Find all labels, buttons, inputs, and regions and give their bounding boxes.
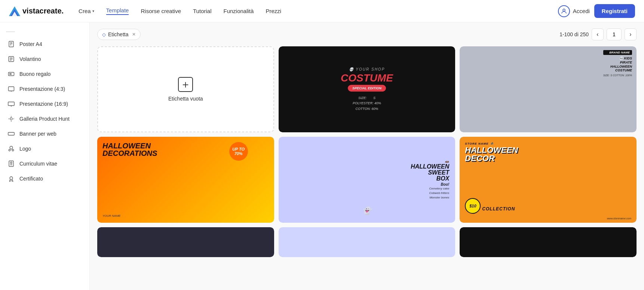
nav-funzionalita[interactable]: Funzionalità [223, 8, 254, 14]
svg-rect-17 [8, 102, 15, 106]
nav-tutorial[interactable]: Tutorial [193, 8, 211, 14]
pagination-info: 1-100 di 250 [559, 31, 589, 37]
template-card-pirate[interactable]: BRAND NAME 💀 KIDSPIRATEHALLOWEENCOSTUME … [460, 46, 637, 132]
svg-point-25 [10, 146, 13, 149]
presentazione43-icon [7, 85, 15, 93]
sidebar-item-banner[interactable]: Banner per web [0, 126, 89, 141]
filter-bar: ◇ Etichetta ✕ 1-100 di 250 ‹ › [97, 28, 637, 40]
etichetta-filter-tag[interactable]: ◇ Etichetta ✕ [97, 29, 141, 40]
sidebar-item-presentazione169[interactable]: Presentazione (16:9) [0, 96, 89, 111]
template-card-dark[interactable] [97, 227, 274, 257]
template-card-halloween-deco[interactable]: HALLOWEENDECORATIONS UP TO70% YOUR NAME [97, 137, 274, 223]
tag-label: Etichetta [108, 31, 128, 37]
crea-arrow-icon: ▾ [92, 9, 94, 13]
template-card-halloween-decor[interactable]: STORE NAME 🕷️ HALLOWEENDECOR $10 COLLECT… [460, 137, 637, 223]
pagination-page-input[interactable] [607, 28, 622, 40]
logo-text: vistacreate. [22, 7, 64, 15]
main-content: ◇ Etichetta ✕ 1-100 di 250 ‹ › ＋ Etichet… [90, 22, 644, 290]
pagination: 1-100 di 250 ‹ › [559, 28, 637, 40]
sidebar-item-presentazione43[interactable]: Presentazione (4:3) [0, 81, 89, 96]
poster-a4-icon [7, 40, 15, 48]
sidebar: Poster A4 Volantino Buono regalo Present… [0, 22, 90, 290]
nav-crea[interactable]: Crea ▾ [79, 8, 94, 14]
sidebar-item-volantino[interactable]: Volantino [0, 52, 89, 67]
nav-right: Accedi Registrati [558, 4, 635, 18]
svg-rect-24 [8, 132, 15, 135]
sidebar-divider [6, 31, 15, 32]
sidebar-item-certificato[interactable]: Certificato [0, 171, 89, 186]
empty-template-label: Etichetta vuota [168, 96, 203, 102]
topnav: vistacreate. Crea ▾ Template Risorse cre… [0, 0, 644, 22]
svg-point-19 [10, 118, 12, 120]
presentazione169-icon [7, 100, 15, 108]
template-card-black[interactable] [460, 227, 637, 257]
svg-point-31 [10, 177, 13, 180]
svg-rect-4 [9, 41, 13, 47]
sidebar-item-buono[interactable]: Buono regalo [0, 67, 89, 81]
pagination-next-button[interactable]: › [625, 28, 637, 40]
cv-icon [7, 160, 15, 167]
registrati-button[interactable]: Registrati [594, 4, 635, 18]
nav-template[interactable]: Template [106, 7, 129, 15]
tag-icon: ◇ [102, 32, 106, 37]
sidebar-item-galleria[interactable]: Galleria Product Hunt [0, 111, 89, 126]
svg-point-26 [9, 149, 10, 151]
pagination-prev-button[interactable]: ‹ [592, 28, 604, 40]
page-body: Poster A4 Volantino Buono regalo Present… [0, 22, 644, 290]
sidebar-item-poster-a4[interactable]: Poster A4 [0, 37, 89, 52]
logo-sidebar-icon [7, 145, 15, 152]
buono-icon [7, 70, 15, 78]
svg-point-13 [10, 74, 11, 75]
svg-point-29 [10, 162, 12, 164]
tag-close-button[interactable]: ✕ [132, 32, 136, 37]
template-card-sweet-box[interactable]: 🦇 HALLOWEENSWEETBOX Boo! Cemetery cakeCo… [279, 137, 456, 223]
logo[interactable]: vistacreate. [9, 6, 64, 16]
add-template-icon: ＋ [178, 77, 193, 92]
galleria-icon [7, 115, 15, 123]
sidebar-item-logo[interactable]: Logo [0, 141, 89, 156]
svg-rect-15 [9, 87, 14, 91]
filter-tags: ◇ Etichetta ✕ [97, 29, 141, 40]
certificato-icon [7, 175, 15, 182]
nav-links: Crea ▾ Template Risorse creative Tutoria… [79, 7, 558, 15]
svg-point-3 [563, 9, 565, 11]
nav-risorse[interactable]: Risorse creative [141, 8, 181, 14]
template-card-lavender[interactable] [279, 227, 456, 257]
volantino-icon [7, 55, 15, 63]
nav-prezzi[interactable]: Prezzi [266, 8, 281, 14]
logo-icon [9, 6, 20, 16]
user-icon [558, 5, 570, 17]
accedi-button[interactable]: Accedi [558, 5, 590, 17]
empty-template-card[interactable]: ＋ Etichetta vuota [97, 46, 274, 132]
svg-point-27 [12, 149, 14, 151]
sidebar-item-cv[interactable]: Curriculum vitae [0, 156, 89, 171]
template-card-costume[interactable]: 💀 YOUR SHOP COSTUME SPECIAL EDITION SIZE… [279, 46, 456, 132]
templates-grid: ＋ Etichetta vuota 💀 YOUR SHOP COSTUME SP… [97, 46, 637, 257]
banner-icon [7, 130, 15, 138]
